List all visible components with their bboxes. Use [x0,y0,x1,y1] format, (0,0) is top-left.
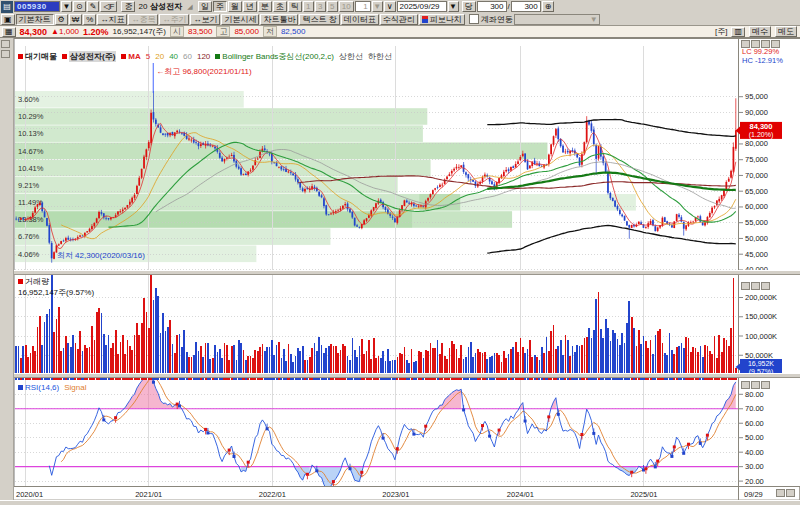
price-tick-label: 50,000 [745,234,768,243]
pane-b-button[interactable] [751,282,760,290]
period-tag: [주] [715,26,727,37]
data-table-button[interactable]: 데이터표 [341,14,379,25]
interval-input[interactable]: 1 [355,1,371,12]
dang-button[interactable]: 당 [462,1,476,12]
bar-total-input[interactable]: 300 [511,1,541,12]
xaxis-zoom-out-button[interactable] [776,489,785,497]
fibonacci-button[interactable]: 피보나치 [419,14,465,25]
period-tick-button[interactable]: 틱 [288,1,302,12]
lc-label: LC 99.29% [742,47,779,56]
svg-text:3.60%: 3.60% [18,95,40,104]
query-icon[interactable]: ⊕ [542,1,555,12]
date-dropdown-icon[interactable]: ▼ [448,1,459,12]
x-axis-labels: 2020/012021/012022/012023/012024/012025/… [16,490,763,499]
chart-toolbar-button[interactable]: 차트툴바 [260,14,298,25]
volume-legend-swatch [18,279,23,284]
auto-check-button[interactable]: ∨ [384,1,396,12]
basic-chart-button[interactable]: 기본차트 [16,14,54,25]
candle-style-icon[interactable]: ▥ [731,27,745,37]
formula-manager-button[interactable]: 수식관리 [380,14,418,25]
pen-icon[interactable]: ✎ [87,1,100,12]
swap-indicator-button[interactable]: ↔지표 [97,14,127,25]
price-tick-label: 65,000 [745,187,768,196]
percent-icon[interactable]: % [83,14,96,25]
prev-stock-icon[interactable]: ◁F [100,1,117,12]
date-input[interactable]: 2025/09/29 [397,1,447,12]
pane-expand-button[interactable] [751,40,760,48]
account-select[interactable]: ▼ [514,14,600,25]
chart-side-toolbar [0,38,14,500]
stock-chart-window: ▤ 005930 ▼ ⊙ ✎ ◁F 종 20 삼성전자 ◢ 일 주 월 년 분 … [0,0,800,505]
stock-code-dropdown-icon[interactable]: ▼ [61,1,72,12]
quote-grid-icon[interactable]: ▦ [2,27,16,37]
search-icon[interactable]: ⊙ [73,1,86,12]
pane-b-button[interactable] [761,40,770,48]
svg-text:13.38%: 13.38% [18,215,44,224]
high-price: 85,000 [234,27,258,36]
stock-code-input[interactable]: 005930 [14,1,60,12]
price-tick-label: 45,000 [745,250,768,259]
rsi-tick-label: 30.00 [745,462,764,471]
pane-divider-1[interactable] [0,270,800,275]
pane-collapse-button[interactable] [741,40,750,48]
annotation-high: ←최고 96,800(2021/01/11) [156,67,252,76]
legend-swatch [18,54,23,59]
high-label: 고 [216,26,230,37]
side-tool-button-1[interactable] [1,40,10,48]
x-tick-label: 2021/01 [135,490,162,499]
bar-count-separator: / [508,2,510,11]
svg-text:10.13%: 10.13% [18,129,44,138]
pane-divider-2[interactable] [0,373,800,378]
chart-canvas[interactable]: 3.60%10.29%10.13%14.67%10.41%9.21%11.49%… [0,0,800,505]
open-price: 83,500 [188,27,212,36]
pane-collapse-button[interactable] [741,282,750,290]
low-price: 82,500 [281,27,305,36]
rsi-tick-label: 70.00 [745,404,764,413]
pane-x-button[interactable] [761,282,770,290]
svg-text:14.67%: 14.67% [18,147,44,156]
rsi-pane-legend: RSI(14,6) Signal [18,383,86,392]
period-minute-button[interactable]: 분 [258,1,272,12]
bar-count-input[interactable]: 300 [477,1,507,12]
stock-extra-code: 20 [138,2,147,11]
buy-button[interactable]: 매수 [749,26,771,37]
resize-grip-icon[interactable]: ◢ [187,3,192,11]
price-tick-label: 75,000 [745,155,768,164]
horizontal-scrollbar[interactable] [0,500,800,505]
price-tick-label: 90,000 [745,108,768,117]
pane-x-button[interactable] [761,381,770,389]
period-year-button[interactable]: 년 [243,1,257,12]
basic-quote-button[interactable]: 기본시세 [221,14,259,25]
xaxis-controls [776,489,795,497]
volume-legend-title: 거래량 [25,276,49,287]
minute-1-button: 1 [303,1,314,12]
rsi-legend-title: RSI(14,6) [25,383,59,392]
price-change: ▲1,000 [51,27,79,36]
fibonacci-icon [422,16,428,23]
legend-token-5: 40 [169,52,178,61]
pane-x-button[interactable] [771,40,780,48]
won-icon[interactable]: ₩ [69,14,83,25]
stock-type-badge[interactable]: 종 [121,1,135,12]
x-tick-label: 2022/01 [259,490,286,499]
period-day-button[interactable]: 일 [198,1,212,12]
swap-view-button[interactable]: ↔보기 [190,14,220,25]
period-week-button[interactable]: 주 [213,1,227,12]
account-link-checkbox[interactable] [469,14,479,24]
pane-b-button[interactable] [751,381,760,389]
pane-collapse-button[interactable] [741,381,750,389]
legend-token-8: Bollinger Bands중심선(200,2,c) [215,51,334,62]
text-window-button[interactable]: 텍스트 창 [299,14,339,25]
legend-token-7: 120 [197,52,210,61]
side-tool-button-2[interactable] [1,50,10,58]
legend-token-1: 삼성전자(주) [62,51,116,62]
period-month-button[interactable]: 월 [228,1,242,12]
account-link-toggle[interactable]: 계좌연동 [469,14,513,25]
legend-token-10: 하한선 [368,51,392,62]
gear-icon[interactable]: ⚙ [55,14,68,25]
window-icon[interactable]: ▣ [1,14,15,25]
sell-button[interactable]: 매도 [775,26,797,37]
legend-token-3: 5 [146,52,150,61]
period-second-button[interactable]: 초 [273,1,287,12]
xaxis-zoom-in-button[interactable] [786,489,795,497]
